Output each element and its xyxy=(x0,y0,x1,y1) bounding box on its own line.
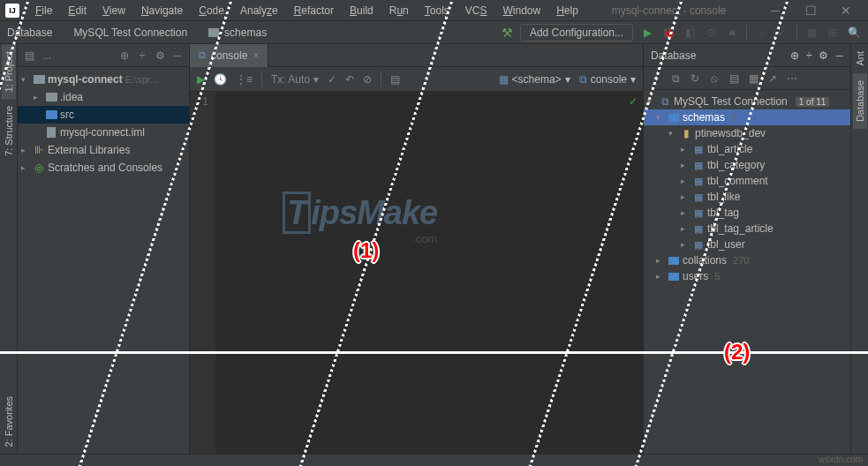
search-everywhere-icon[interactable]: ⊞ xyxy=(826,26,840,40)
db-label: tbl_comment xyxy=(707,175,768,187)
expand-arrow-icon[interactable]: ▸ xyxy=(21,146,30,154)
breadcrumb-schemas[interactable]: schemas xyxy=(224,26,267,39)
expand-arrow-icon[interactable]: ▾ xyxy=(668,129,677,138)
tree-node-idea[interactable]: ▸ .idea xyxy=(18,88,189,106)
db-node-table[interactable]: ▸▦tbl_tag xyxy=(644,205,850,221)
structure-icon[interactable]: ▦ xyxy=(804,26,819,40)
db-node-table[interactable]: ▸▦tbl_article xyxy=(644,141,850,157)
hide-icon[interactable]: ─ xyxy=(835,49,843,62)
menu-navigate[interactable]: Navigate xyxy=(134,2,190,19)
menu-vcs[interactable]: VCS xyxy=(458,2,494,19)
expand-arrow-icon[interactable]: ▸ xyxy=(34,93,42,101)
refresh-icon[interactable]: ↻ xyxy=(688,72,702,85)
close-tab-icon[interactable]: × xyxy=(253,49,259,62)
project-tree[interactable]: ▾ mysql-connect E:\spr... ▸ .idea src my… xyxy=(18,67,189,180)
db-node-table[interactable]: ▸▦tbl_like xyxy=(644,189,850,205)
add-configuration-button[interactable]: Add Configuration... xyxy=(520,24,633,41)
db-node-table[interactable]: ▸▦tbl_category xyxy=(644,157,850,173)
explain-plan-icon[interactable]: ⋮≡ xyxy=(236,73,253,86)
run-icon[interactable]: ▶ xyxy=(640,26,654,40)
tab-console[interactable]: ⧉ console × xyxy=(190,44,268,67)
target-icon[interactable]: ⊕ xyxy=(790,49,799,62)
panel-title: Database xyxy=(651,49,783,62)
target-icon[interactable]: ⊕ xyxy=(118,49,131,62)
table-icon: ▦ xyxy=(692,239,705,251)
menu-window[interactable]: Window xyxy=(495,2,547,19)
db-node-table[interactable]: ▸▦tbl_user xyxy=(644,237,850,252)
db-node-table[interactable]: ▸▦tbl_comment xyxy=(644,173,850,189)
menu-analyze[interactable]: Analyze xyxy=(233,2,285,19)
source-folder-icon xyxy=(46,110,57,119)
menu-refactor[interactable]: Refactor xyxy=(287,2,341,19)
tree-node-root[interactable]: ▾ mysql-connect E:\spr... xyxy=(18,71,189,88)
menu-build[interactable]: Build xyxy=(343,2,381,19)
code-editor[interactable]: ✓ xyxy=(216,92,643,454)
stop-icon[interactable]: ⦸ xyxy=(707,72,721,85)
duplicate-icon[interactable]: ⧉ xyxy=(668,72,683,85)
db-node-table[interactable]: ▸▦tbl_tag_article xyxy=(644,221,850,237)
gear-icon[interactable]: ⚙ xyxy=(154,49,166,62)
breadcrumb[interactable]: Database 〉 MySQL Test Connection 〉 schem… xyxy=(7,25,267,40)
view-icon[interactable]: ▤ xyxy=(390,73,400,86)
build-icon[interactable]: ⚒ xyxy=(502,26,513,40)
schema-icon: ▦ xyxy=(499,73,509,86)
menu-edit[interactable]: Edit xyxy=(61,2,94,19)
vcs-update-icon[interactable]: ↓ xyxy=(754,26,768,40)
project-view-icon[interactable]: ▤ xyxy=(23,49,35,62)
annotation-1: (1) xyxy=(353,238,379,263)
jump-icon[interactable]: ↗ xyxy=(766,72,780,85)
tree-node-external-libraries[interactable]: ▸ ⊪ External Libraries xyxy=(18,141,189,159)
schema-icon: ▮ xyxy=(680,127,692,139)
tree-node-scratches[interactable]: ▸ ◎ Scratches and Consoles xyxy=(18,159,189,177)
folder-icon xyxy=(668,257,679,265)
database-tool-button[interactable]: Database xyxy=(853,73,867,129)
expand-arrow-icon[interactable]: ▾ xyxy=(21,75,30,84)
console-dropdown[interactable]: ⧉ console ▾ xyxy=(579,73,636,86)
tree-node-iml[interactable]: mysql-connect.iml xyxy=(18,124,189,141)
filter-icon[interactable]: ▤ xyxy=(727,72,741,85)
menu-run[interactable]: Run xyxy=(382,2,416,19)
commit-icon[interactable]: ✓ xyxy=(328,73,336,86)
profile-icon[interactable]: ⊙ xyxy=(704,26,718,40)
structure-tool-button[interactable]: 7: Structure xyxy=(2,99,16,163)
tx-mode-dropdown[interactable]: Tx: Auto ▾ xyxy=(271,73,319,86)
more-icon[interactable]: ⋯ xyxy=(785,72,799,85)
db-node-users[interactable]: ▸ users 5 xyxy=(644,268,850,284)
table-icon[interactable]: ▦ xyxy=(746,72,760,85)
ant-tool-button[interactable]: Ant xyxy=(853,44,867,73)
cancel-icon[interactable]: ⊘ xyxy=(363,73,372,86)
collapse-icon[interactable]: ÷ xyxy=(806,49,812,62)
maximize-button[interactable]: ☐ xyxy=(797,2,824,19)
gear-icon[interactable]: ⚙ xyxy=(819,49,828,62)
history-icon[interactable]: 🕓 xyxy=(214,73,227,86)
inspection-ok-icon[interactable]: ✓ xyxy=(629,95,638,108)
editor-body[interactable]: 1 ✓ xyxy=(190,92,643,454)
chevron-right-icon: 〉 xyxy=(57,25,68,40)
rollback-icon[interactable]: ↶ xyxy=(345,73,354,86)
schema-dropdown[interactable]: ▦ <schema> ▾ xyxy=(499,73,570,86)
table-icon: ▦ xyxy=(692,176,705,187)
select-opened-icon[interactable]: ... xyxy=(41,49,53,62)
menu-view[interactable]: View xyxy=(95,2,132,19)
breadcrumb-connection[interactable]: MySQL Test Connection xyxy=(73,26,187,39)
coverage-icon[interactable]: ◧ xyxy=(683,26,697,40)
table-icon: ▦ xyxy=(692,144,705,155)
main-menu: File Edit View Navigate Code Analyze Ref… xyxy=(28,2,585,19)
tree-node-src[interactable]: src xyxy=(18,106,189,124)
favorites-tool-button[interactable]: 2: Favorites xyxy=(2,389,16,454)
expand-arrow-icon[interactable]: ▾ xyxy=(656,113,665,122)
tab-label: console xyxy=(211,49,247,62)
db-node-collations[interactable]: ▸ collations 270 xyxy=(644,252,850,268)
main-toolbar: ⚒ Add Configuration... ▶ 🐞 ◧ ⊙ ■ ↓ ✓ ▦ ⊞… xyxy=(502,24,861,41)
close-button[interactable]: ✕ xyxy=(833,2,859,19)
search-icon[interactable]: 🔍 xyxy=(847,26,861,40)
expand-arrow-icon[interactable]: ▸ xyxy=(21,163,30,172)
collapse-icon[interactable]: ÷ xyxy=(136,49,148,62)
hide-icon[interactable]: ─ xyxy=(171,49,184,62)
stop-icon[interactable]: ■ xyxy=(725,26,739,40)
menu-file[interactable]: File xyxy=(28,2,59,19)
db-node-connection[interactable]: ▾ ⧉ MySQL Test Connection 1 of 11 xyxy=(644,94,850,109)
db-label: tbl_article xyxy=(707,143,752,155)
menu-help[interactable]: Help xyxy=(549,2,585,19)
library-icon: ⊪ xyxy=(33,145,45,155)
